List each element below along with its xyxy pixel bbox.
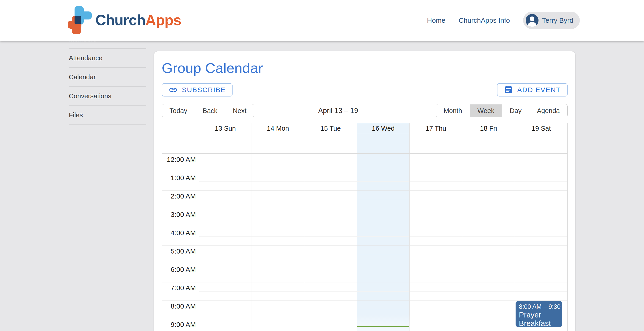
hour-label: 12:00 AM (162, 156, 199, 163)
all-day-cell-tue[interactable] (304, 134, 357, 153)
view-button-agenda[interactable]: Agenda (529, 104, 568, 117)
day-header-tue: 15 Tue (304, 123, 357, 134)
date-range-label: April 13 – 19 (254, 107, 436, 115)
sidebar-item-files-label: Files (69, 111, 83, 119)
sidebar-item-attendance-label: Attendance (69, 54, 102, 62)
day-header-sat: 19 Sat (515, 123, 568, 134)
next-button[interactable]: Next (225, 104, 254, 117)
all-day-gutter-cell (162, 134, 199, 153)
all-day-row (162, 134, 568, 154)
day-column-fri[interactable] (462, 154, 515, 331)
back-button[interactable]: Back (195, 104, 225, 117)
all-day-cell-sat[interactable] (515, 134, 568, 153)
calendar-actions-row: SUBSCRIBE ADD EVENT (162, 83, 568, 96)
group-calendar-card: Group Calendar SUBSCRIBE ADD EVENT Today… (154, 51, 575, 331)
view-button-group: Month Week Day Agenda (436, 104, 568, 117)
all-day-cell-mon[interactable] (252, 134, 304, 153)
day-header-wed-today: 16 Wed (357, 123, 410, 134)
current-time-indicator (357, 326, 410, 327)
all-day-cell-thu[interactable] (410, 134, 462, 153)
event-time-label: 8:00 AM – 9:30 AM (519, 303, 562, 311)
top-navigation: Home ChurchApps Info Terry Byrd (427, 0, 580, 41)
day-column-wed-today[interactable] (357, 154, 410, 331)
hour-label: 2:00 AM (162, 192, 199, 200)
hour-label: 4:00 AM (162, 229, 199, 237)
churchapps-logo-text: ChurchApps (96, 13, 181, 27)
all-day-cell-sun[interactable] (199, 134, 252, 153)
nav-link-home[interactable]: Home (427, 16, 446, 24)
day-column-tue[interactable] (304, 154, 357, 331)
day-column-mon[interactable] (252, 154, 304, 331)
view-button-week[interactable]: Week (470, 104, 502, 117)
time-gutter-header (162, 123, 199, 134)
churchapps-cross-icon (68, 6, 92, 34)
day-header-mon: 14 Mon (252, 123, 304, 134)
all-day-cell-fri[interactable] (462, 134, 515, 153)
view-button-month[interactable]: Month (436, 104, 470, 117)
sidebar-item-conversations-label: Conversations (69, 92, 111, 100)
today-button[interactable]: Today (162, 104, 195, 117)
user-menu-chip[interactable]: Terry Byrd (523, 12, 580, 29)
time-gutter-column: 12:00 AM 1:00 AM 2:00 AM 3:00 AM 4:00 AM… (162, 154, 199, 331)
calendar-event-icon (504, 85, 513, 94)
hour-label: 1:00 AM (162, 174, 199, 182)
subscribe-button-label: SUBSCRIBE (182, 86, 226, 94)
time-grid-body: 12:00 AM 1:00 AM 2:00 AM 3:00 AM 4:00 AM… (162, 154, 568, 331)
view-button-day[interactable]: Day (502, 104, 529, 117)
add-event-button-label: ADD EVENT (517, 86, 561, 94)
subscribe-button[interactable]: SUBSCRIBE (162, 83, 232, 96)
user-name-label: Terry Byrd (542, 16, 573, 24)
top-header-bar: ChurchApps Home ChurchApps Info Terry By… (0, 0, 644, 41)
day-header-fri: 18 Fri (462, 123, 515, 134)
navigate-button-group: Today Back Next (162, 104, 254, 117)
account-circle-icon (526, 14, 538, 27)
hour-label: 5:00 AM (162, 247, 199, 255)
add-event-button[interactable]: ADD EVENT (497, 83, 568, 96)
sidebar-item-calendar-label: Calendar (69, 73, 96, 81)
sidebar-item-attendance[interactable]: Attendance (69, 49, 146, 68)
sidebar-item-conversations[interactable]: Conversations (69, 87, 146, 106)
hour-label: 8:00 AM (162, 302, 199, 310)
group-sidebar: Members Attendance Calendar Conversation… (69, 29, 146, 125)
all-day-cell-wed[interactable] (357, 134, 410, 153)
hour-label: 3:00 AM (162, 211, 199, 218)
page-title: Group Calendar (162, 60, 568, 76)
week-calendar-grid: 13 Sun 14 Mon 15 Tue 16 Wed 17 Thu 18 Fr… (162, 123, 568, 331)
day-header-sun: 13 Sun (199, 123, 252, 134)
link-icon (168, 85, 178, 94)
day-header-row: 13 Sun 14 Mon 15 Tue 16 Wed 17 Thu 18 Fr… (162, 123, 568, 134)
event-prayer-breakfast[interactable]: 8:00 AM – 9:30 AM Prayer Breakfast (516, 301, 562, 327)
calendar-toolbar: Today Back Next April 13 – 19 Month Week… (162, 104, 568, 117)
day-header-thu: 17 Thu (410, 123, 462, 134)
sidebar-item-files[interactable]: Files (69, 106, 146, 125)
hour-label: 6:00 AM (162, 266, 199, 274)
day-column-sun[interactable] (199, 154, 252, 331)
sidebar-item-calendar[interactable]: Calendar (69, 68, 146, 87)
hour-label: 9:00 AM (162, 321, 199, 329)
event-title-label: Prayer Breakfast (519, 311, 562, 327)
nav-link-churchapps-info[interactable]: ChurchApps Info (459, 16, 510, 24)
day-column-sat[interactable]: 8:00 AM – 9:30 AM Prayer Breakfast (515, 154, 568, 331)
hour-label: 7:00 AM (162, 284, 199, 292)
churchapps-logo[interactable]: ChurchApps (68, 6, 181, 34)
day-column-thu[interactable] (410, 154, 462, 331)
